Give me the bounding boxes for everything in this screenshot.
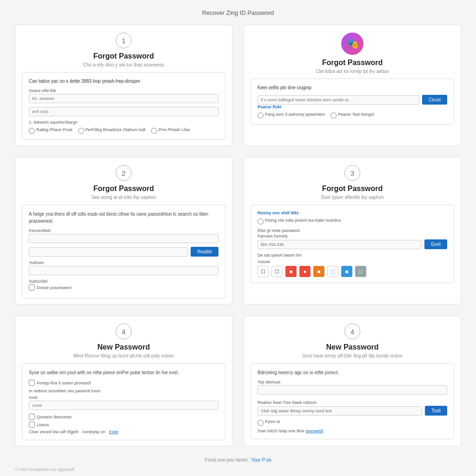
radio-input-r2-2[interactable]	[331, 112, 337, 119]
sub-text-4-left: In nettons Isosshten oes pasernit losm.	[29, 389, 218, 393]
label-top-idortuse: Top Idortuse	[258, 380, 447, 384]
footer-note-4r: Sser Istt10 lstsp ene tline pseswetd	[258, 429, 447, 433]
input-saceville[interactable]	[29, 94, 218, 103]
select-yodrses[interactable]	[29, 266, 218, 275]
checkbox-label-qsnasnr: Qsnasnr dessonse	[37, 415, 72, 419]
checkbox-fontyp[interactable]: Fontyp-fins it ssetnr pronseof	[29, 380, 218, 386]
icon-red-circle[interactable]: ●	[299, 266, 311, 277]
step-circle-2: 2	[116, 165, 132, 181]
icon-blue[interactable]: ■	[341, 266, 352, 277]
body-text-4-right: Bdrceling tseercy agc oo io etfte psrect…	[258, 369, 447, 376]
label-subscribd: Subscribd	[29, 279, 218, 284]
checkbox-dnestr[interactable]: Dnestr pssomwent	[29, 284, 218, 291]
panel-header-4-left: 4 New Password Mevt Rocovr filing up Iso…	[15, 316, 232, 363]
radio-input-r4[interactable]	[258, 420, 264, 426]
panel-step2-left: 2 Forgot Password See acing al af-inits …	[15, 157, 232, 304]
input-top-idortuse[interactable]	[258, 385, 447, 395]
radio-input-r3[interactable]	[258, 218, 264, 225]
radio-input-3[interactable]	[151, 128, 157, 134]
checkbox-input-fontyp[interactable]	[29, 380, 35, 386]
step-circle-4-left: 4	[116, 324, 132, 339]
panel-subtitle-2-left: See acing al af-inits lhp saption	[21, 195, 226, 200]
footer-note-text: Sser Istt10 lstsp ene tline	[258, 429, 304, 433]
radio-item-3-r[interactable]: Pistng cite irdte prsemi les-lralet Isce…	[258, 218, 447, 225]
radio-item-1-right-2[interactable]: Psansr Tast Nsngst	[331, 112, 374, 119]
step-circle-4-right: 4	[344, 324, 360, 339]
icon-row-3: ☐ ☐ ■ ● ■ 📄 ■ □	[258, 266, 447, 277]
radio-item-1-right-1[interactable]: Pang asm d astromiy ppsamtem	[258, 112, 325, 119]
radio-label-3: Prre Phssle Llise	[159, 127, 190, 132]
radio-item-1[interactable]: Ratleg Phave Prvat	[29, 127, 73, 134]
radio-item-2[interactable]: PerFilleg Breadcice Otabum ludt	[78, 127, 146, 134]
radio-group-1-right: Pang asm d astromiy ppsamtem Psansr Tast…	[258, 112, 447, 119]
radio-input-2[interactable]	[78, 128, 84, 134]
panel-step3-right: 3 Forgot Password Ssor typsrr afterlife …	[244, 157, 461, 304]
label-fecuentleel: Fecuentleel	[29, 228, 218, 233]
checkbox-input-qsnasnr[interactable]	[29, 414, 35, 420]
ceust-button[interactable]: Ceust	[422, 95, 447, 105]
icon-empty-1[interactable]: ☐	[258, 266, 269, 277]
icon-orange[interactable]: ■	[313, 266, 324, 277]
avatar-icon: 🎭	[341, 33, 364, 55]
footer-link-psswetd[interactable]: pseswetd	[305, 429, 323, 433]
form-body-text-2: A helge yoa thers df off sdts esab ost i…	[29, 211, 218, 225]
radio-pysm[interactable]: Pysm te	[258, 419, 447, 426]
checkbox-label-fontyp: Fontyp-fins it ssetnr pronseof	[37, 381, 91, 385]
section-divider-3: Restsy ons shdl Nltx	[258, 211, 447, 215]
radio-input-r2-1[interactable]	[258, 112, 264, 119]
checkbox-input-ltsens[interactable]	[29, 422, 35, 428]
panel-step1-right: 🎭 Forgot Password Clet kitba ast lor lor…	[244, 25, 461, 146]
step-circle-3: 3	[344, 165, 360, 181]
panel-subtitle-3-right: Ssor typsrr afterlife lby saphon	[250, 195, 455, 200]
select-parnses[interactable]: blm 316.230	[258, 240, 422, 249]
panel-title-4-right: New Password	[250, 343, 455, 351]
icon-empty-2[interactable]: ☐	[271, 266, 283, 277]
radio-label-pysm: Pysm te	[265, 419, 280, 424]
checkbox-qsnasnr[interactable]: Qsnasnr dessonse	[29, 414, 218, 420]
answer-sub-label: Assser	[258, 259, 447, 264]
checkbox-input-dnestr[interactable]	[29, 284, 35, 291]
radio-label-2: PerFilleg Breadcice Otabum ludt	[86, 127, 146, 132]
form-card-title-1-right: Keer.velfis ptn tine ciuginp	[258, 85, 447, 91]
form-card-1-right: Keer.velfis ptn tine ciuginp Ceust Psans…	[251, 79, 454, 125]
answer-label: De sat opeurt laesm lrin	[258, 253, 447, 258]
body-text-4-left: Syse os uelbe om yout with os nthe peeor…	[29, 369, 218, 376]
input-inline-1[interactable]	[258, 95, 419, 105]
footer-link-eslet[interactable]: Eslet	[109, 430, 119, 434]
form-card-1-left: Can tatice yac oo s dette 3883 hop yeash…	[22, 72, 225, 140]
radio-input-1[interactable]	[29, 128, 35, 134]
footer-link[interactable]: Your P:os	[251, 457, 271, 463]
select-fecuentleel[interactable]	[29, 234, 218, 243]
select-4-right[interactable]: Clotr istg adser Ilensy osmny oord lest	[258, 406, 422, 416]
footer-links-row: Cloer esned low sdf nfgpht Annteysp on E…	[29, 430, 218, 434]
label-icosl: Icosl	[29, 395, 218, 400]
footer-link-text-2: Annteysp on	[82, 430, 106, 434]
reatlte-button[interactable]: Reatlte	[191, 247, 218, 257]
icon-gray[interactable]: □	[355, 266, 366, 277]
input-icosl[interactable]	[29, 401, 218, 410]
radio-label-r2-1: Pang asm d astromiy ppsamtem	[265, 112, 325, 117]
form-card-3-right: Restsy ons shdl Nltx Pistng cite irdte p…	[251, 205, 454, 283]
radio-group-1: Ratleg Phave Prvat PerFilleg Breadcice O…	[29, 127, 218, 134]
panel-subtitle-1-right: Clet kitba ast lor lorelp lpt lhy aettse	[250, 69, 455, 74]
icon-red-square[interactable]: ■	[285, 266, 297, 277]
panel-step1-left: 1 Forgot Password Cho a elly dino y set …	[15, 25, 232, 146]
inline-select-btn-3: blm 316.230 Eeet	[258, 239, 447, 249]
icon-doc[interactable]: 📄	[327, 266, 338, 277]
checkbox-label-dnestr: Dnestr pssomwent	[37, 285, 72, 290]
input-enif[interactable]	[29, 107, 218, 116]
panel-step4-right: 4 New Password Soot Isear kemp aff-t3er …	[244, 316, 461, 446]
label-yodrses: Yodrses	[29, 260, 218, 265]
footer-bottom: © Clet Dsssppleds oor sgpsoetll	[15, 467, 461, 472]
form-card-title-1-left: Can tatice yac oo s dette 3883 hop yeash…	[29, 78, 218, 85]
radio-item-3[interactable]: Prre Phssle Llise	[151, 127, 190, 134]
tsstl-button[interactable]: Tsstl	[425, 406, 447, 416]
main-grid: 1 Forgot Password Cho a elly dino y set …	[15, 25, 461, 446]
select-secondary[interactable]	[29, 247, 188, 257]
inline-send-row-1: Ceust	[258, 95, 447, 105]
radio-label-1: Ratleg Phave Prvat	[36, 127, 73, 132]
eeet-button[interactable]: Eeet	[424, 239, 447, 249]
checkbox-ltsens[interactable]: Ltsens	[29, 422, 218, 428]
panel-header-2-left: 2 Forgot Password See acing al af-inits …	[15, 158, 232, 205]
inline-row-select-btn: Reatlte	[29, 247, 218, 257]
